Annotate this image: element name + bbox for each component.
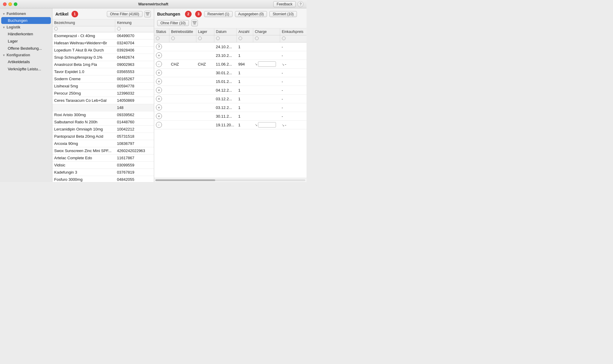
buchungen-charge xyxy=(253,95,280,103)
artikel-bezeichnung: Fosfuro 3000mg xyxy=(52,176,115,182)
buchungen-betriebsstaette xyxy=(169,121,196,129)
artikel-row[interactable]: Roxi Aristo 300mg09339562 xyxy=(52,111,154,119)
sidebar-item-offene-bestellung[interactable]: Offene Bestellung... xyxy=(1,45,51,52)
minimize-button[interactable] xyxy=(8,2,12,6)
buchungen-lager xyxy=(196,112,214,121)
buchungen-status: × xyxy=(154,86,169,95)
sidebar-section-funktionen[interactable]: ▼ Funktionen xyxy=(0,11,52,17)
artikel-table-wrapper[interactable]: Bezeichnung Kennung Esomeprazol - Ct 40m… xyxy=(52,19,154,182)
buchungen-table-wrapper[interactable]: Status Betriebsstätte Lager Datum Anzahl… xyxy=(154,28,306,178)
buchungen-scrollbar[interactable] xyxy=(154,178,306,182)
artikel-row[interactable]: Tavor Expidet 1.003565553 xyxy=(52,68,154,75)
tab-storniert[interactable]: Storniert (10) xyxy=(269,11,297,17)
artikel-row[interactable]: 148 xyxy=(52,104,154,111)
artikel-row[interactable]: Snup Schnupfenspray 0.1%04482674 xyxy=(52,54,154,61)
sidebar-section-konfiguration[interactable]: ▼ Konfiguration xyxy=(0,52,52,58)
artikel-row[interactable]: Arcoxia 90mg10836797 xyxy=(52,140,154,147)
help-button[interactable]: ? xyxy=(298,1,304,7)
buchungen-charge[interactable]: ↘ xyxy=(253,121,280,129)
buchungen-row[interactable]: ×30.01.2...1- xyxy=(154,69,306,77)
sidebar-item-haendlerkonten[interactable]: Händlerkonten xyxy=(1,31,51,37)
artikel-row[interactable]: Hafesan Weihrau+Weidenr+Br03240704 xyxy=(52,40,154,47)
chevron-down-icon: ▼ xyxy=(2,54,5,57)
buchungen-anzahl: 1 xyxy=(236,95,253,103)
artikel-row[interactable]: Pantoprazol Beta 20mg Acid05731518 xyxy=(52,133,154,140)
buchungen-panel: Buchungen 2 3 Reserviert (1) Ausgegeben … xyxy=(154,8,306,182)
buchungen-row[interactable]: ×04.12.2...1- xyxy=(154,86,306,95)
buchungen-einkaufspreis: - xyxy=(280,95,306,103)
buchungen-status: × xyxy=(154,77,169,86)
buchungen-table: Status Betriebsstätte Lager Datum Anzahl… xyxy=(154,28,306,129)
sidebar-item-verknuepfte[interactable]: Verknüpfte Leistu... xyxy=(1,66,51,72)
artikel-row[interactable]: Ceres Taraxacum Co Leb+Gal14050869 xyxy=(52,97,154,104)
status-icon: × xyxy=(156,113,162,119)
filter-icon xyxy=(192,21,197,25)
buchungen-row[interactable]: ?24.10.2...1- xyxy=(154,43,306,51)
buchungen-anzahl: 1 xyxy=(236,103,253,112)
scrollbar-thumb xyxy=(155,179,215,181)
sidebar-section-label: Funktionen xyxy=(7,12,26,16)
artikel-row[interactable]: Fosfuro 3000mg04842055 xyxy=(52,176,154,182)
artikel-filter-icon-button[interactable] xyxy=(144,11,151,17)
artikel-row[interactable]: Salbutamol Ratio N 200h01448760 xyxy=(52,119,154,126)
artikel-row[interactable]: Lisihexal 5mg00594778 xyxy=(52,83,154,90)
buchungen-filter-icon-button[interactable] xyxy=(191,20,198,26)
buchungen-row[interactable]: ×15.01.2...1- xyxy=(154,77,306,86)
buchungen-row[interactable]: ×03.12.2...1- xyxy=(154,95,306,103)
buchungen-row[interactable]: ×03.12.2...1- xyxy=(154,103,306,112)
artikel-row[interactable]: Anastrozol Beta 1mg Fta09002963 xyxy=(52,61,154,68)
artikel-kennung: 03928406 xyxy=(115,47,154,54)
sidebar-item-buchungen[interactable]: Buchungen xyxy=(1,17,51,24)
close-button[interactable] xyxy=(3,2,7,6)
artikel-row[interactable]: Lopedium T Akut B Ak Durch03928406 xyxy=(52,47,154,54)
artikel-row[interactable]: Soderm Creme00165267 xyxy=(52,75,154,83)
fullscreen-button[interactable] xyxy=(14,2,17,6)
sort-circle xyxy=(171,37,175,40)
artikel-kennung: 4260242022963 xyxy=(115,147,154,154)
artikel-bezeichnung: Artelac Complete Edo xyxy=(52,154,115,162)
app-title: Warenwirtschaft xyxy=(138,2,169,6)
buchungen-row[interactable]: ×30.11.2...1- xyxy=(154,112,306,121)
artikel-bezeichnung: Arcoxia 90mg xyxy=(52,140,115,147)
artikel-filter-button[interactable]: Ohne Filter (4160) xyxy=(107,11,142,17)
artikel-row[interactable]: Vidisic03099559 xyxy=(52,162,154,169)
buchungen-datum: 30.11.2... xyxy=(214,112,236,121)
artikel-bezeichnung: Esomeprazol - Ct 40mg xyxy=(52,32,115,40)
artikel-row[interactable]: Esomeprazol - Ct 40mg06499070 xyxy=(52,32,154,40)
artikel-bezeichnung: Perocur 250mg xyxy=(52,90,115,97)
buchungen-lager xyxy=(196,95,214,103)
tab-reserviert[interactable]: Reserviert (1) xyxy=(204,11,233,17)
artikel-row[interactable]: Swox Sunscreen Zinc Mini SPF...426024202… xyxy=(52,147,154,154)
sort-circle-kennung xyxy=(117,27,121,31)
artikel-table: Bezeichnung Kennung Esomeprazol - Ct 40m… xyxy=(52,19,154,182)
buchungen-sort-row xyxy=(154,35,306,43)
artikel-kennung: 01448760 xyxy=(115,119,154,126)
artikel-kennung: 00165267 xyxy=(115,75,154,83)
buchungen-betriebsstaette xyxy=(169,112,196,121)
tab-ausgegeben[interactable]: Ausgegeben (0) xyxy=(235,11,267,17)
charge-input[interactable] xyxy=(258,61,276,67)
sidebar-section-logistik[interactable]: ▼ Logistik xyxy=(0,24,52,30)
artikel-row[interactable]: Kadefungin 303767819 xyxy=(52,169,154,176)
artikel-kennung: 06499070 xyxy=(115,32,154,40)
sort-circle xyxy=(198,37,202,40)
feedback-button[interactable]: Feedback xyxy=(273,1,296,7)
sidebar-item-artikeldetails[interactable]: Artikeldetails xyxy=(1,58,51,65)
buchungen-einkaufspreis: - xyxy=(280,86,306,95)
arrow-icon: ↘ xyxy=(255,123,257,127)
buchungen-betriebsstaette xyxy=(169,43,196,51)
buchungen-lager xyxy=(196,51,214,60)
tab-ohne-filter[interactable]: Ohne Filter (10) xyxy=(157,20,189,26)
artikel-row[interactable]: Perocur 250mg12396032 xyxy=(52,90,154,97)
artikel-row[interactable]: Lercanidipin Omniaph 10mg10042212 xyxy=(52,126,154,133)
buchungen-row[interactable]: ←CHZCHZ11.06.2...994↘↘- xyxy=(154,60,306,69)
buchungen-charge xyxy=(253,103,280,112)
buchungen-row[interactable]: ×23.10.2...1- xyxy=(154,51,306,60)
buchungen-charge[interactable]: ↘ xyxy=(253,60,280,69)
charge-input[interactable] xyxy=(258,122,276,128)
traffic-lights xyxy=(3,2,17,6)
artikel-row[interactable]: Artelac Complete Edo11617867 xyxy=(52,154,154,162)
buchungen-charge xyxy=(253,112,280,121)
buchungen-row[interactable]: ←19.11.20...1↘↘- xyxy=(154,121,306,129)
sidebar-item-lager[interactable]: Lager xyxy=(1,38,51,45)
